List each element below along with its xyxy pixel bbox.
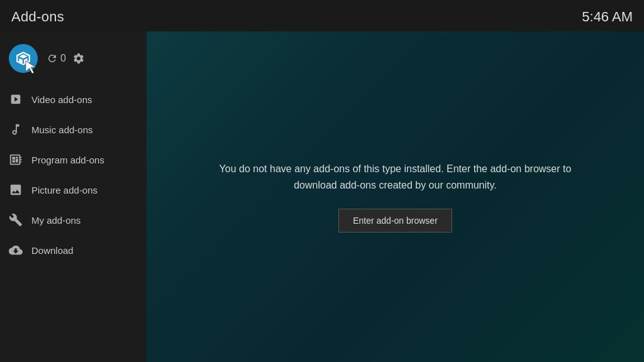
sidebar-item-picture-addons-label: Picture add-ons <box>31 185 97 195</box>
sidebar-item-download[interactable]: Download <box>0 235 147 265</box>
empty-message: You do not have any add-ons of this type… <box>219 161 572 193</box>
addon-box-icon[interactable] <box>9 44 38 73</box>
app-container: Add-ons 5:46 AM <box>0 0 644 362</box>
refresh-count: 0 <box>60 53 66 64</box>
gear-icon <box>72 52 85 65</box>
music-icon <box>9 123 23 136</box>
sidebar-item-download-label: Download <box>31 245 74 256</box>
refresh-button[interactable]: 0 <box>47 53 66 64</box>
sidebar-nav: Video add-ons Music add-ons Program add-… <box>0 84 147 265</box>
download-icon <box>9 243 23 257</box>
sidebar-header: 0 <box>0 39 147 82</box>
video-icon <box>9 92 23 106</box>
header-actions: 0 <box>47 52 85 65</box>
sidebar-item-video-addons[interactable]: Video add-ons <box>0 84 147 114</box>
sidebar-item-picture-addons[interactable]: Picture add-ons <box>0 175 147 205</box>
clock: 5:46 AM <box>582 9 633 25</box>
enter-addon-browser-button[interactable]: Enter add-on browser <box>338 209 452 233</box>
content-area: You do not have any add-ons of this type… <box>147 31 644 362</box>
sidebar-item-program-addons[interactable]: Program add-ons <box>0 145 147 175</box>
sidebar-item-music-addons-label: Music add-ons <box>31 124 93 135</box>
main-area: 0 Video add-ons <box>0 31 644 362</box>
sidebar-item-my-addons[interactable]: My add-ons <box>0 205 147 235</box>
sidebar: 0 Video add-ons <box>0 31 147 362</box>
sidebar-item-program-addons-label: Program add-ons <box>31 155 104 165</box>
sidebar-item-music-addons[interactable]: Music add-ons <box>0 114 147 145</box>
program-icon <box>9 153 23 167</box>
picture-icon <box>9 183 23 197</box>
refresh-icon <box>47 53 58 64</box>
myaddon-icon <box>9 213 23 227</box>
top-bar: Add-ons 5:46 AM <box>0 0 644 31</box>
sidebar-item-video-addons-label: Video add-ons <box>31 94 92 105</box>
sidebar-item-my-addons-label: My add-ons <box>31 215 80 226</box>
box-svg-icon <box>15 50 31 67</box>
page-title: Add-ons <box>11 9 64 25</box>
settings-button[interactable] <box>72 52 85 65</box>
